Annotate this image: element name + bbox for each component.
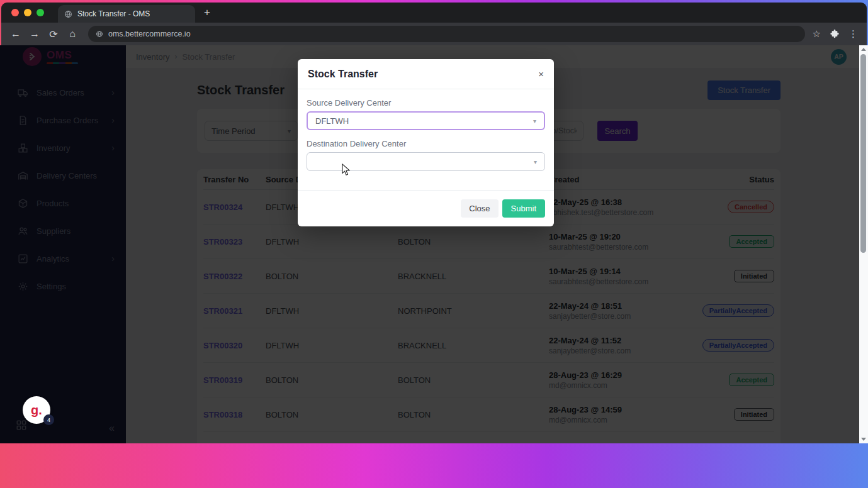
modal-close-button[interactable]: Close	[461, 199, 498, 218]
bookmark-star-icon[interactable]: ☆	[813, 28, 821, 40]
home-button[interactable]: ⌂	[64, 28, 81, 40]
window-controls	[1, 9, 44, 23]
tab-strip: Stock Transfer - OMS +	[1, 3, 867, 23]
modal-close-icon[interactable]: ×	[538, 69, 544, 79]
source-delivery-center-label: Source Delivery Center	[307, 98, 545, 108]
scroll-down-arrow[interactable]	[861, 438, 866, 441]
chevron-down-icon: ▾	[534, 158, 537, 165]
window-minimize-button[interactable]	[24, 9, 31, 16]
browser-toolbar: ← → ⟳ ⌂ oms.bettercommerce.io ☆ ⋮	[1, 23, 867, 45]
scrollbar-thumb[interactable]	[860, 54, 866, 253]
page-scrollbar[interactable]	[859, 45, 868, 443]
extensions-puzzle-icon[interactable]	[830, 29, 840, 39]
source-select-value: DFLTWH	[315, 116, 349, 126]
widget-badge: 4	[43, 414, 54, 425]
modal-title: Stock Transfer	[308, 69, 378, 80]
modal-submit-button[interactable]: Submit	[502, 199, 545, 218]
browser-menu-icon[interactable]: ⋮	[848, 28, 858, 40]
address-bar[interactable]: oms.bettercommerce.io	[88, 26, 805, 42]
source-delivery-center-select[interactable]: DFLTWH ▾	[307, 111, 545, 130]
destination-delivery-center-label: Destination Delivery Center	[307, 139, 545, 148]
window-zoom-button[interactable]	[37, 9, 44, 16]
extension-widget[interactable]: g. 4	[23, 396, 50, 424]
stock-transfer-modal: Stock Transfer × Source Delivery Center …	[298, 59, 554, 226]
browser-tab[interactable]: Stock Transfer - OMS	[58, 5, 195, 23]
back-button[interactable]: ←	[8, 28, 24, 40]
mouse-cursor	[342, 164, 351, 179]
url-text: oms.bettercommerce.io	[108, 30, 191, 38]
tab-title: Stock Transfer - OMS	[77, 9, 150, 18]
globe-icon	[96, 30, 103, 38]
window-close-button[interactable]	[11, 9, 19, 16]
browser-chrome: Stock Transfer - OMS + ← → ⟳ ⌂ oms.bette…	[1, 3, 867, 45]
scroll-up-arrow[interactable]	[861, 48, 866, 51]
forward-button[interactable]: →	[26, 28, 43, 40]
globe-icon	[64, 10, 72, 18]
chevron-down-icon: ▾	[533, 118, 536, 125]
reload-button[interactable]: ⟳	[45, 28, 62, 40]
app-viewport: OMS Sales Orders › Purchase Orders › Inv…	[0, 45, 868, 443]
new-tab-button[interactable]: +	[204, 6, 210, 23]
